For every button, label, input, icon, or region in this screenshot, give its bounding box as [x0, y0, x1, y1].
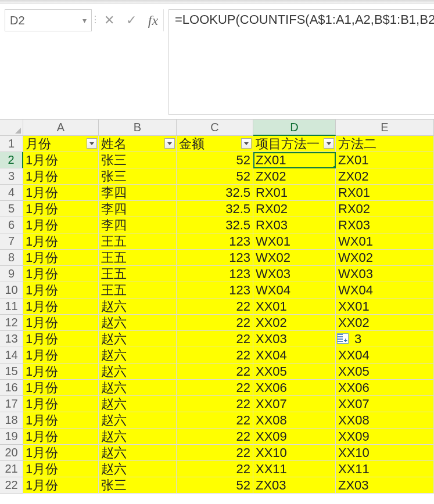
cell-B10[interactable]: 王五 [99, 282, 177, 298]
row-header-10[interactable]: 10 [0, 282, 23, 298]
cell-B20[interactable]: 赵六 [99, 445, 177, 461]
cell-D20[interactable]: XX10 [253, 445, 336, 461]
row-header-16[interactable]: 16 [0, 380, 23, 396]
cell-B11[interactable]: 赵六 [99, 298, 177, 315]
row-header-15[interactable]: 15 [0, 363, 23, 380]
cell-B7[interactable]: 王五 [99, 233, 177, 250]
cell-B18[interactable]: 赵六 [99, 412, 177, 429]
cell-D13[interactable]: XX03 [253, 331, 336, 347]
cell-A17[interactable]: 1月份 [23, 396, 99, 412]
cell-A20[interactable]: 1月份 [23, 445, 99, 461]
filter-button-B[interactable] [164, 138, 175, 149]
cell-D22[interactable]: ZX03 [253, 477, 336, 494]
cell-E11[interactable]: XX01 [336, 298, 434, 315]
row-header-6[interactable]: 6 [0, 217, 23, 233]
cell-C13[interactable]: 22 [177, 331, 253, 347]
cell-C20[interactable]: 22 [177, 445, 253, 461]
cell-E15[interactable]: XX05 [336, 363, 434, 380]
cell-D7[interactable]: WX01 [253, 233, 336, 250]
cell-C6[interactable]: 32.5 [177, 217, 253, 233]
fill-handle[interactable] [333, 166, 336, 168]
cell-C4[interactable]: 32.5 [177, 185, 253, 201]
row-header-17[interactable]: 17 [0, 396, 23, 412]
cell-C7[interactable]: 123 [177, 233, 253, 250]
cell-E3[interactable]: ZX02 [336, 168, 434, 185]
spreadsheet-grid[interactable]: ABCDE 1月份姓名金额项目方法一方法二21月份张三52ZX01ZX0131月… [0, 120, 434, 494]
row-header-20[interactable]: 20 [0, 445, 23, 461]
cell-D5[interactable]: RX02 [253, 201, 336, 217]
cell-D4[interactable]: RX01 [253, 185, 336, 201]
cell-C16[interactable]: 22 [177, 380, 253, 396]
cell-A8[interactable]: 1月份 [23, 250, 99, 266]
cell-C9[interactable]: 123 [177, 266, 253, 282]
row-header-11[interactable]: 11 [0, 298, 23, 315]
col-header-B[interactable]: B [99, 120, 177, 136]
cell-D21[interactable]: XX11 [253, 461, 336, 477]
header-cell-E[interactable]: 方法二 [336, 136, 434, 152]
cell-A7[interactable]: 1月份 [23, 233, 99, 250]
cell-C19[interactable]: 22 [177, 429, 253, 445]
cell-B19[interactable]: 赵六 [99, 429, 177, 445]
cell-A9[interactable]: 1月份 [23, 266, 99, 282]
cell-A22[interactable]: 1月份 [23, 477, 99, 494]
cell-A11[interactable]: 1月份 [23, 298, 99, 315]
cell-D8[interactable]: WX02 [253, 250, 336, 266]
cell-E22[interactable]: ZX03 [336, 477, 434, 494]
cell-B15[interactable]: 赵六 [99, 363, 177, 380]
row-header-19[interactable]: 19 [0, 429, 23, 445]
cell-E18[interactable]: XX08 [336, 412, 434, 429]
cell-A6[interactable]: 1月份 [23, 217, 99, 233]
cell-C10[interactable]: 123 [177, 282, 253, 298]
cell-C18[interactable]: 22 [177, 412, 253, 429]
cell-D9[interactable]: WX03 [253, 266, 336, 282]
cell-E17[interactable]: XX07 [336, 396, 434, 412]
insert-function-button[interactable]: fx [143, 9, 164, 31]
cell-E9[interactable]: WX03 [336, 266, 434, 282]
cell-C22[interactable]: 52 [177, 477, 253, 494]
filter-button-D[interactable] [324, 138, 334, 149]
select-all-corner[interactable] [0, 120, 23, 136]
cell-C5[interactable]: 32.5 [177, 201, 253, 217]
cell-D16[interactable]: XX06 [253, 380, 336, 396]
cell-A4[interactable]: 1月份 [23, 185, 99, 201]
row-header-22[interactable]: 22 [0, 477, 23, 494]
cell-C11[interactable]: 22 [177, 298, 253, 315]
cell-E2[interactable]: ZX01 [336, 152, 434, 168]
cell-C8[interactable]: 123 [177, 250, 253, 266]
row-header-5[interactable]: 5 [0, 201, 23, 217]
row-header-4[interactable]: 4 [0, 185, 23, 201]
cell-A14[interactable]: 1月份 [23, 347, 99, 363]
cell-B22[interactable]: 张三 [99, 477, 177, 494]
cell-B12[interactable]: 赵六 [99, 315, 177, 331]
cell-A15[interactable]: 1月份 [23, 363, 99, 380]
filter-button-A[interactable] [87, 138, 97, 149]
row-header-12[interactable]: 12 [0, 315, 23, 331]
row-header-3[interactable]: 3 [0, 168, 23, 185]
col-header-E[interactable]: E [336, 120, 434, 136]
cell-A18[interactable]: 1月份 [23, 412, 99, 429]
cell-D2[interactable]: ZX01 [253, 152, 336, 168]
cell-A5[interactable]: 1月份 [23, 201, 99, 217]
cell-A19[interactable]: 1月份 [23, 429, 99, 445]
cell-A3[interactable]: 1月份 [23, 168, 99, 185]
cell-A2[interactable]: 1月份 [23, 152, 99, 168]
cell-D15[interactable]: XX05 [253, 363, 336, 380]
header-cell-C[interactable]: 金额 [177, 136, 253, 152]
cell-C15[interactable]: 22 [177, 363, 253, 380]
cell-E19[interactable]: XX09 [336, 429, 434, 445]
cell-E21[interactable]: XX11 [336, 461, 434, 477]
cell-A12[interactable]: 1月份 [23, 315, 99, 331]
cell-B21[interactable]: 赵六 [99, 461, 177, 477]
cell-B5[interactable]: 李四 [99, 201, 177, 217]
cell-C2[interactable]: 52 [177, 152, 253, 168]
cell-B2[interactable]: 张三 [99, 152, 177, 168]
cell-E6[interactable]: RX03 [336, 217, 434, 233]
cell-C21[interactable]: 22 [177, 461, 253, 477]
cell-B6[interactable]: 李四 [99, 217, 177, 233]
cell-A13[interactable]: 1月份 [23, 331, 99, 347]
cancel-formula-button[interactable]: ✕ [99, 9, 120, 31]
row-header-2[interactable]: 2 [0, 152, 23, 168]
col-header-A[interactable]: A [23, 120, 99, 136]
cell-D3[interactable]: ZX02 [253, 168, 336, 185]
cell-E10[interactable]: WX04 [336, 282, 434, 298]
